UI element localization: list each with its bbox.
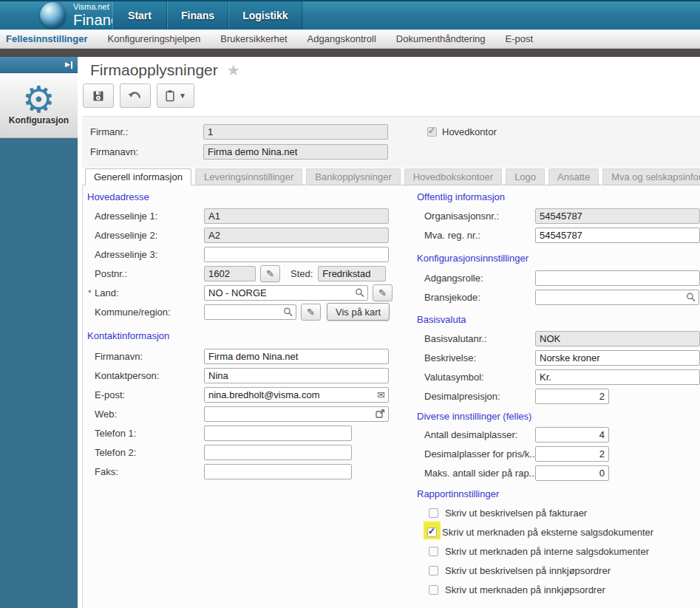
tab-generell-informasjon[interactable]: Generell informasjon [85,168,191,185]
kontaktperson-input[interactable] [204,368,389,383]
organisasjonsnr-label: Organisasjonsnr.: [424,211,535,222]
magnifier-icon[interactable] [283,307,293,317]
save-button[interactable] [83,83,114,108]
antall-desimalplasser-input[interactable] [535,427,609,443]
epost-row: E-post: ✉ [87,385,417,404]
telefon2-label: Telefon 2: [95,447,204,458]
checkbox-label: Skriv ut merknaden på innkjøpsordrer [445,584,605,595]
sted-input[interactable] [318,266,386,281]
left-column: Hovedadresse Adresselinje 1: Adresselinj… [87,185,417,481]
tab-ansatte[interactable]: Ansatte [548,168,599,185]
skriv-ut-beskrivelsen-innkjopsordrer-checkbox[interactable] [429,566,438,575]
chevron-down-icon: ▼ [179,92,186,100]
skriv-ut-merknaden-interne-checkbox[interactable] [429,547,438,556]
mva-reg-input[interactable] [535,228,700,243]
tab-leveringsinnstillinger[interactable]: Leveringsinnstillinger [195,168,302,185]
checkbox-row-beskrivelse-fakturaer: Skriv ut beskrivelsen på fakturaer [417,503,700,522]
telefon1-input[interactable] [204,426,352,441]
main-area: Firmaopplysninger ★ [78,57,700,608]
company-header-form: Firmanr.: Hovedkontor Firmanavn: [82,116,700,168]
tab-hovedbokskontoer[interactable]: Hovedbokskontoer [404,168,502,185]
faks-label: Faks: [95,466,204,477]
hovedkontor-checkbox[interactable] [427,127,437,137]
epost-input[interactable] [204,387,389,403]
adresselinje2-input[interactable] [204,228,389,243]
beskrivelse-label: Beskrivelse: [424,352,535,363]
module-tab-finans[interactable]: Finans [167,1,228,30]
section-hovedadresse: Hovedadresse [87,185,417,206]
mva-reg-label: Mva. reg. nr.: [424,230,535,241]
adresselinje1-input[interactable] [204,208,389,224]
pencil-icon: ✎ [378,287,387,298]
module-tab-start[interactable]: Start [112,1,167,30]
adresselinje3-label: Adresselinje 3: [95,249,204,260]
subnav-adgangskontroll[interactable]: Adgangskontroll [307,33,376,44]
subnav-epost[interactable]: E-post [506,33,534,44]
undo-button[interactable] [120,83,151,108]
section-diverse-innstillinger: Diverse innstillinger (felles) [417,406,700,425]
faks-input[interactable] [204,464,352,479]
postnr-edit-button[interactable]: ✎ [260,265,280,282]
vis-pa-kart-button[interactable]: Vis på kart [327,303,390,321]
organisasjonsnr-input[interactable] [535,208,700,224]
kommune-edit-button[interactable]: ✎ [301,304,321,321]
subnav-konfigureringshjelpen[interactable]: Konfigureringshjelpen [108,33,201,44]
subnav-fellesinnstillinger[interactable]: Fellesinnstillinger [6,33,88,44]
tab-logo[interactable]: Logo [506,168,545,185]
firmanr-input[interactable] [203,124,388,140]
kontaktperson-row: Kontaktperson: [87,366,417,385]
valutasymbol-input[interactable] [535,369,700,385]
epost-label: E-post: [95,389,204,400]
clipboard-button[interactable]: ▼ [157,83,194,108]
checkbox-row-beskrivelsen-innkjopsordrer: Skriv ut beskrivelsen på innkjøpsordrer [417,561,700,580]
skriv-ut-merknaden-eksterne-checkbox[interactable] [427,527,437,537]
sted-label: Sted: [290,268,313,279]
title-row: Firmaopplysninger ★ [90,61,240,79]
adgangsrolle-input[interactable] [535,270,700,286]
hovedkontor-group: Hovedkontor [427,126,497,137]
beskrivelse-input[interactable] [535,350,700,366]
checkbox-wrap [427,564,440,577]
desimalpresisjon-input[interactable] [535,389,609,404]
open-link-icon[interactable] [376,409,385,419]
postnr-input[interactable] [204,266,256,281]
land-edit-button[interactable]: ✎ [373,284,393,301]
desimalpresisjon-label: Desimalpresisjon: [424,391,535,402]
module-tab-logistikk[interactable]: Logistikk [228,1,302,30]
desimalplasser-pris-input[interactable] [535,446,609,462]
sidebar-item-konfigurasjon[interactable]: ⚙ Konfigurasjon [0,73,78,138]
bransjekode-input[interactable] [535,290,699,305]
checkbox-row-merknaden-interne: Skriv ut merknaden på interne salgsdokum… [417,542,700,561]
bransjekode-lookup [535,290,699,305]
tab-bankopplysninger[interactable]: Bankopplysninger [306,168,400,185]
gear-icon: ⚙ [22,81,55,118]
magnifier-icon[interactable] [686,293,696,302]
telefon2-input[interactable] [204,445,352,460]
expand-arrow-icon: ▶ [65,61,70,68]
basisvalutanr-input[interactable] [535,331,700,346]
basisvalutanr-label: Basisvalutanr.: [424,333,535,344]
telefon2-row: Telefon 2: [87,443,417,462]
land-input[interactable] [204,285,368,301]
hovedkontor-label: Hovedkontor [442,126,497,137]
expand-bar-icon [71,61,72,69]
subnav-brukersikkerhet[interactable]: Brukersikkerhet [220,33,287,44]
skriv-ut-merknaden-innkjopsordrer-checkbox[interactable] [429,585,438,595]
kontakt-firmanavn-input[interactable] [204,349,389,364]
favorite-star-icon[interactable]: ★ [227,61,240,79]
tab-mva-og-selskapsinformasjon[interactable]: Mva og selskapsinformasjon [602,168,700,185]
maks-sider-input[interactable] [535,465,609,481]
magnifier-icon[interactable] [355,288,364,298]
envelope-icon[interactable]: ✉ [377,389,385,400]
kontaktperson-label: Kontaktperson: [95,370,204,381]
sidebar-expand-button[interactable]: ▶ [0,57,78,73]
section-kontaktinformasjon: Kontaktinformasjon [87,321,417,346]
save-icon [92,90,104,102]
firmanavn-input[interactable] [203,144,388,160]
adresselinje3-input[interactable] [204,247,389,262]
web-input[interactable] [204,406,389,422]
kommune-lookup [204,304,296,320]
subnav-dokumenthandtering[interactable]: Dokumenthåndtering [396,33,486,44]
postnr-label: Postnr.: [95,268,204,279]
skriv-ut-beskrivelsen-fakturaer-checkbox[interactable] [429,508,438,518]
